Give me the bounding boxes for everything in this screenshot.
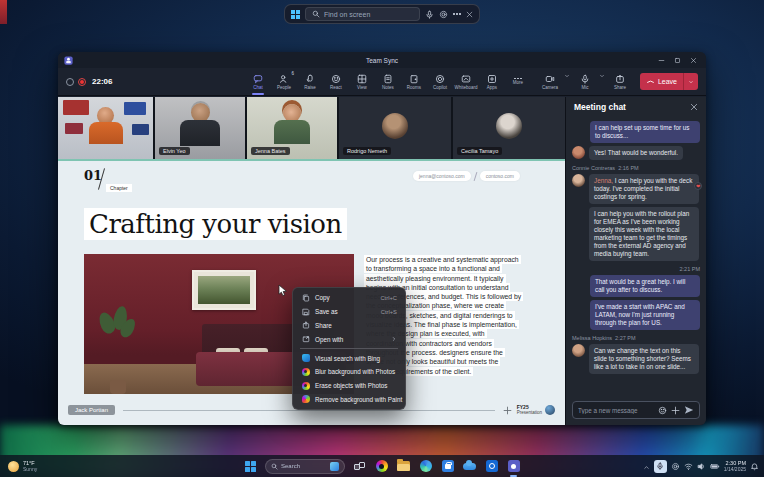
colorful-app-icon[interactable] (374, 459, 389, 474)
task-view-icon[interactable] (352, 459, 367, 474)
leave-chevron-icon[interactable] (684, 73, 698, 90)
menu-item-erase-objects-photos[interactable]: Erase objects with Photos (296, 379, 402, 393)
save-icon (301, 307, 310, 316)
weather-condition: Sunny (23, 466, 37, 472)
find-search-field[interactable] (305, 7, 420, 21)
notes-button[interactable]: Notes (375, 69, 401, 95)
taskbar: 71°F Sunny (0, 455, 764, 477)
video-tile[interactable]: Rodrigo Nemeth (339, 97, 451, 159)
avatar (572, 174, 585, 187)
add-slide-icon[interactable] (503, 406, 512, 415)
mic-button[interactable]: Mic (572, 69, 598, 95)
email-chip: jenna@contoso.com (413, 171, 471, 181)
taskbar-search-input[interactable] (281, 463, 327, 469)
participant-avatar (382, 113, 408, 139)
file-explorer-icon[interactable] (396, 459, 411, 474)
menu-item-share[interactable]: Share (296, 319, 402, 333)
chat-message[interactable]: Jenna, I can help you with the deck toda… (572, 174, 700, 204)
chat-input-bar[interactable] (572, 401, 700, 419)
react-button[interactable]: React (323, 69, 349, 95)
chat-message[interactable]: I've made a start with APAC and LATAM, n… (572, 300, 700, 330)
find-on-screen-bar (284, 4, 480, 24)
more-options-icon[interactable] (453, 9, 461, 20)
view-button[interactable]: View (349, 69, 375, 95)
wallpaper-red-accent (0, 0, 7, 24)
video-tile[interactable]: Elvin Yeo (155, 97, 245, 159)
rooms-button[interactable]: Rooms (401, 69, 427, 95)
whiteboard-button[interactable]: Whiteboard (453, 69, 479, 95)
chat-message-input[interactable] (578, 407, 654, 414)
tray-mic-icon[interactable] (654, 460, 667, 473)
meeting-chat-panel: Meeting chat I can help set up some time… (565, 97, 706, 425)
tray-chevron-icon[interactable] (643, 457, 650, 475)
weather-widget[interactable]: 71°F Sunny (8, 455, 37, 477)
avatar (572, 146, 585, 159)
battery-icon[interactable] (710, 457, 720, 475)
close-icon[interactable] (466, 9, 474, 20)
send-icon[interactable] (684, 405, 694, 415)
taskbar-clock[interactable]: 2:30 PM 1/14/2025 (724, 460, 746, 472)
deck-subtitle: Presentation (517, 410, 542, 415)
tray-gear-icon[interactable] (671, 457, 680, 475)
camera-button[interactable]: Camera (537, 69, 563, 95)
mic-chevron-icon[interactable] (599, 73, 605, 79)
notification-bell-icon[interactable] (750, 457, 759, 475)
chat-title: Meeting chat (574, 102, 626, 112)
participant-name-tag: Cecilia Tamayo (457, 147, 502, 155)
chat-message[interactable]: Can we change the text on this slide to … (572, 344, 700, 374)
clock-date: 1/14/2025 (724, 466, 746, 472)
teams-taskbar-icon[interactable] (506, 459, 521, 474)
mic-icon[interactable] (425, 9, 434, 20)
chat-message-list[interactable]: I can help set up some time for us to di… (566, 117, 706, 397)
menu-item-blur-background-photos[interactable]: Blur background with Photos (296, 365, 402, 379)
deck-info[interactable]: FY25 Presentation (517, 405, 555, 415)
apps-button[interactable]: Apps (479, 69, 505, 95)
menu-item-visual-search-bing[interactable]: Visual search with Bing (296, 351, 402, 365)
av-controls: Camera Mic Share (537, 69, 698, 95)
settings-icon[interactable] (439, 9, 448, 20)
chat-sender-meta: Connie Contreras 2:16 PM (572, 165, 700, 171)
menu-item-save-as[interactable]: Save as Ctrl+S (296, 305, 402, 319)
reaction-badge[interactable]: ❤ (694, 182, 702, 190)
video-tile[interactable]: Cecilia Tamayo (453, 97, 565, 159)
onedrive-icon[interactable] (462, 459, 477, 474)
people-button[interactable]: 6 People (271, 69, 297, 95)
raise-hand-button[interactable]: Raise (297, 69, 323, 95)
share-icon (301, 321, 310, 330)
video-tile[interactable]: Jenna Bates (247, 97, 337, 159)
store-icon[interactable] (440, 459, 455, 474)
attach-plus-icon[interactable] (671, 406, 680, 415)
photos-icon (301, 381, 310, 390)
chat-message[interactable]: I can help you with the rollout plan for… (572, 207, 700, 261)
taskbar-search[interactable] (265, 459, 345, 474)
start-button[interactable] (243, 459, 258, 474)
chat-message[interactable]: Yes! That would be wonderful. (572, 146, 700, 160)
share-button[interactable]: Share (607, 69, 633, 95)
volume-icon[interactable] (697, 457, 706, 475)
find-search-input[interactable] (324, 11, 415, 18)
chat-message[interactable]: I can help set up some time for us to di… (572, 121, 700, 143)
system-tray: 2:30 PM 1/14/2025 (643, 455, 759, 477)
chat-message[interactable]: That would be a great help. I will call … (572, 275, 700, 297)
camera-chevron-icon[interactable] (564, 73, 570, 79)
title-bar[interactable]: Team Sync (58, 52, 706, 68)
participant-name-tag: Elvin Yeo (159, 147, 190, 155)
chat-close-icon[interactable] (690, 103, 698, 111)
chat-button[interactable]: Chat (245, 69, 271, 95)
video-tile[interactable] (58, 97, 153, 159)
photo-plant (98, 306, 138, 370)
photo-wall-frame (192, 270, 256, 310)
emoji-icon[interactable] (658, 406, 667, 415)
copilot-button[interactable]: Copilot (427, 69, 453, 95)
wifi-icon[interactable] (684, 457, 693, 475)
menu-item-remove-background-paint[interactable]: Remove background with Paint (296, 393, 402, 407)
mention: Jenna, (594, 177, 613, 184)
leave-button[interactable]: Leave (640, 73, 698, 90)
edge-icon[interactable] (418, 459, 433, 474)
menu-item-copy[interactable]: Copy Ctrl+C (296, 291, 402, 305)
more-button[interactable]: More (505, 69, 531, 95)
taskbar-center (243, 455, 521, 477)
slide-title: Crafting your vision (84, 209, 347, 239)
menu-item-open-with[interactable]: Open with (296, 332, 402, 346)
outlook-icon[interactable] (484, 459, 499, 474)
